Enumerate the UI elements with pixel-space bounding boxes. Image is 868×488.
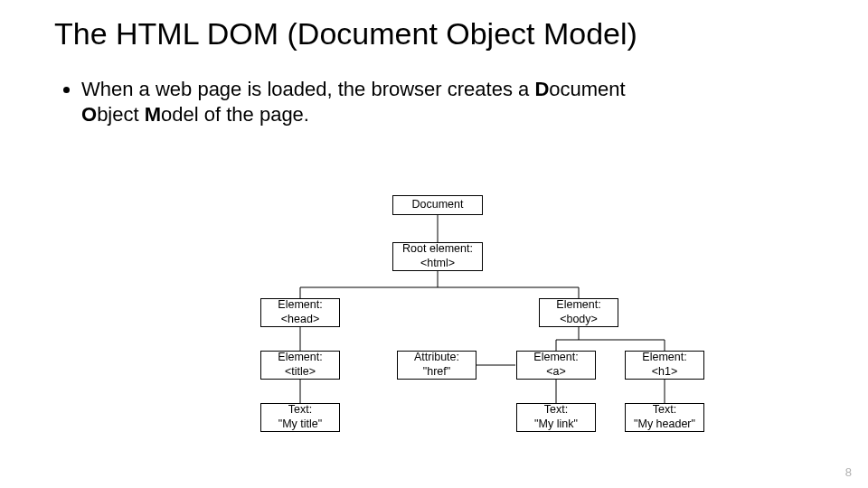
node-text-myheader: Text: "My header": [625, 403, 704, 432]
node-textlink-line2: "My link": [534, 418, 578, 432]
node-head-line2: <head>: [281, 313, 319, 327]
node-root-line2: <html>: [420, 257, 455, 271]
node-h1-line2: <h1>: [652, 365, 678, 380]
node-a-line1: Element:: [533, 351, 578, 365]
node-element-title: Element: <title>: [260, 351, 340, 380]
bullet-text-4: odel of the page.: [161, 103, 309, 126]
node-textheader-line2: "My header": [634, 418, 695, 432]
bullet-text-2: ocument: [549, 78, 625, 100]
node-h1-line1: Element:: [642, 351, 686, 365]
bullet-bold-o: O: [81, 103, 97, 126]
node-root-line1: Root element:: [402, 242, 473, 257]
node-textheader-line1: Text:: [653, 403, 676, 418]
node-element-body: Element: <body>: [539, 298, 618, 327]
bullet-text-1: When a web page is loaded, the browser c…: [81, 78, 534, 100]
node-element-h1: Element: <h1>: [625, 351, 704, 380]
node-body-line1: Element:: [556, 298, 600, 313]
node-a-line2: <a>: [546, 365, 566, 380]
node-attribute-href: Attribute: "href": [397, 351, 476, 380]
node-element-a: Element: <a>: [516, 351, 596, 380]
node-element-head: Element: <head>: [260, 298, 340, 327]
node-body-line2: <body>: [560, 313, 598, 327]
node-title-line2: <title>: [285, 365, 316, 380]
node-document: Document: [392, 195, 483, 215]
page-number: 8: [845, 465, 852, 479]
node-textlink-line1: Text:: [544, 403, 568, 418]
node-href-line2: "href": [423, 365, 450, 380]
node-href-line1: Attribute:: [414, 351, 459, 365]
slide-title: The HTML DOM (Document Object Model): [54, 16, 814, 52]
node-texttitle-line1: Text:: [288, 403, 312, 418]
node-texttitle-line2: "My title": [278, 418, 322, 432]
node-head-line1: Element:: [278, 298, 322, 313]
node-root-html: Root element: <html>: [392, 242, 483, 271]
bullet-bold-d: D: [534, 78, 549, 100]
bullet-bold-m: M: [145, 103, 161, 126]
bullet-text-3: bject: [97, 103, 145, 126]
node-document-label: Document: [412, 198, 464, 212]
node-text-mylink: Text: "My link": [516, 403, 596, 432]
node-title-line1: Element:: [278, 351, 322, 365]
node-text-mytitle: Text: "My title": [260, 403, 340, 432]
bullet-item: When a web page is loaded, the browser c…: [81, 77, 660, 127]
